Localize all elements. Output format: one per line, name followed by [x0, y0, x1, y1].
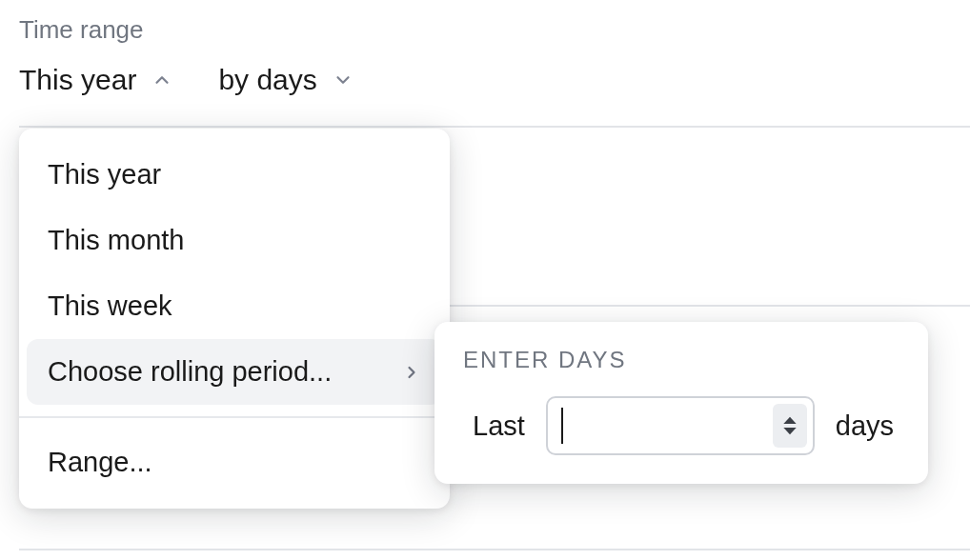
chevron-down-icon: [333, 70, 354, 90]
selectors-row: This year by days: [0, 64, 970, 123]
svg-marker-0: [783, 417, 796, 424]
dropdown-separator: [19, 416, 450, 418]
range-option-this-year[interactable]: This year: [19, 142, 450, 208]
stepper-up-icon: [782, 415, 798, 425]
divider: [450, 305, 970, 307]
days-stepper[interactable]: [773, 404, 807, 448]
svg-marker-1: [783, 428, 796, 434]
section-label: Time range: [0, 11, 970, 64]
granularity-selector[interactable]: by days: [218, 64, 353, 96]
popover-row: Last days: [463, 396, 899, 455]
chevron-up-icon: [152, 70, 172, 90]
range-option-rolling-period[interactable]: Choose rolling period...: [27, 339, 442, 405]
divider: [19, 126, 970, 128]
range-option-range[interactable]: Range...: [19, 430, 450, 495]
text-caret: [561, 408, 563, 444]
popover-prefix: Last: [473, 410, 525, 442]
divider: [19, 549, 970, 550]
range-option-this-week[interactable]: This week: [19, 273, 450, 339]
range-selector-label: This year: [19, 64, 136, 96]
range-dropdown: This year This month This week Choose ro…: [19, 129, 450, 509]
stepper-down-icon: [782, 427, 798, 436]
chevron-right-icon: [402, 363, 421, 382]
range-selector[interactable]: This year: [19, 64, 172, 96]
granularity-selector-label: by days: [218, 64, 316, 96]
popover-suffix: days: [836, 410, 894, 442]
days-input-wrapper: [546, 396, 815, 455]
rolling-period-popover: Enter days Last days: [434, 322, 928, 484]
popover-title: Enter days: [463, 347, 899, 373]
range-option-label: Choose rolling period...: [48, 356, 332, 388]
range-option-this-month[interactable]: This month: [19, 208, 450, 273]
